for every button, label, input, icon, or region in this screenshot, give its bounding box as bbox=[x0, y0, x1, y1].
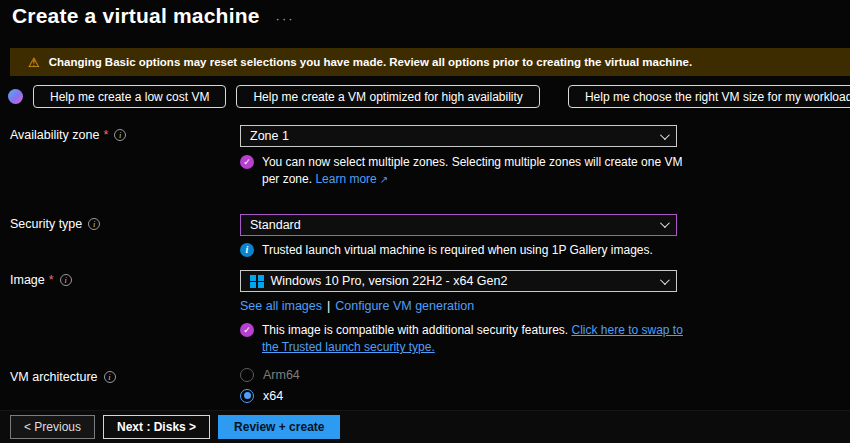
field-label: Availability zone bbox=[10, 128, 99, 142]
image-note: ✓ This image is compatible with addition… bbox=[240, 322, 687, 356]
announcement-icon: ✓ bbox=[240, 155, 254, 169]
field-label: Security type bbox=[10, 217, 82, 231]
info-icon[interactable]: i bbox=[60, 274, 72, 286]
radio-icon bbox=[240, 368, 254, 382]
security-type-note-text: Trusted launch virtual machine is requir… bbox=[262, 243, 653, 257]
availability-zone-value: Zone 1 bbox=[250, 129, 289, 143]
security-type-control: Standard bbox=[240, 214, 677, 236]
image-control: Windows 10 Pro, version 22H2 - x64 Gen2 bbox=[240, 270, 677, 292]
copilot-suggestion-low-cost[interactable]: Help me create a low cost VM bbox=[33, 85, 226, 108]
copilot-suggestion-vm-size[interactable]: Help me choose the right VM size for my … bbox=[568, 85, 850, 108]
info-icon[interactable]: i bbox=[114, 129, 126, 141]
page-title: Create a virtual machine bbox=[12, 4, 260, 28]
vm-architecture-row: VM architecture i Arm64 x64 bbox=[10, 367, 850, 403]
copilot-suggestion-high-availability[interactable]: Help me create a VM optimized for high a… bbox=[236, 85, 539, 108]
security-type-value: Standard bbox=[250, 218, 301, 232]
more-options-button[interactable]: ··· bbox=[276, 11, 295, 26]
learn-more-link[interactable]: Learn more bbox=[315, 172, 376, 186]
info-icon[interactable]: i bbox=[88, 218, 100, 230]
next-disks-button[interactable]: Next : Disks > bbox=[103, 415, 210, 439]
external-link-icon: ↗ bbox=[380, 173, 388, 187]
page-header: Create a virtual machine ··· bbox=[0, 0, 850, 28]
chevron-down-icon bbox=[660, 218, 670, 228]
review-create-button[interactable]: Review + create bbox=[218, 415, 340, 439]
basics-form: Availability zone * i Zone 1 ✓ You can n… bbox=[0, 125, 850, 403]
availability-zone-note-body: You can now select multiple zones. Selec… bbox=[262, 154, 687, 188]
image-note-body: This image is compatible with additional… bbox=[262, 322, 687, 356]
availability-zone-row: Availability zone * i Zone 1 bbox=[10, 125, 850, 147]
configure-vm-generation-link[interactable]: Configure VM generation bbox=[335, 299, 474, 313]
image-links-row: See all images|Configure VM generation bbox=[240, 299, 850, 313]
warning-icon: ⚠ bbox=[28, 56, 40, 69]
warning-banner: ⚠ Changing Basic options may reset selec… bbox=[10, 48, 850, 76]
field-label: Image bbox=[10, 273, 45, 287]
warning-text: Changing Basic options may reset selecti… bbox=[49, 56, 693, 68]
radio-arm64[interactable]: Arm64 bbox=[240, 368, 677, 382]
availability-zone-label: Availability zone * i bbox=[10, 125, 240, 142]
security-type-note: i Trusted launch virtual machine is requ… bbox=[240, 242, 687, 259]
availability-zone-control: Zone 1 bbox=[240, 125, 677, 147]
required-mark: * bbox=[49, 273, 54, 287]
required-mark: * bbox=[103, 128, 108, 142]
security-type-row: Security type i Standard bbox=[10, 214, 850, 236]
info-icon[interactable]: i bbox=[104, 371, 116, 383]
image-label: Image * i bbox=[10, 270, 240, 287]
radio-label: x64 bbox=[263, 389, 283, 403]
radio-icon-selected bbox=[240, 389, 254, 403]
see-all-images-link[interactable]: See all images bbox=[240, 299, 322, 313]
info-circle-icon: i bbox=[240, 243, 254, 257]
previous-button[interactable]: < Previous bbox=[10, 415, 95, 439]
create-vm-page: Create a virtual machine ··· ⚠ Changing … bbox=[0, 0, 850, 443]
copilot-icon bbox=[8, 89, 23, 104]
copilot-suggestions-row: Help me create a low cost VM Help me cre… bbox=[8, 85, 840, 108]
chevron-down-icon bbox=[660, 275, 670, 285]
availability-zone-select[interactable]: Zone 1 bbox=[240, 125, 677, 147]
windows-logo-icon bbox=[250, 275, 264, 289]
image-select[interactable]: Windows 10 Pro, version 22H2 - x64 Gen2 bbox=[240, 270, 677, 292]
radio-label: Arm64 bbox=[263, 368, 300, 382]
security-type-label: Security type i bbox=[10, 214, 240, 231]
image-value: Windows 10 Pro, version 22H2 - x64 Gen2 bbox=[271, 274, 508, 288]
chevron-down-icon bbox=[660, 130, 670, 140]
links-separator: | bbox=[327, 299, 330, 313]
image-note-text: This image is compatible with additional… bbox=[262, 323, 568, 337]
security-type-note-body: Trusted launch virtual machine is requir… bbox=[262, 242, 653, 259]
announcement-icon: ✓ bbox=[240, 323, 254, 337]
vm-architecture-radio-group: Arm64 x64 bbox=[240, 367, 677, 403]
availability-zone-note: ✓ You can now select multiple zones. Sel… bbox=[240, 154, 687, 188]
vm-architecture-control: Arm64 x64 bbox=[240, 367, 677, 403]
radio-x64[interactable]: x64 bbox=[240, 389, 677, 403]
image-row: Image * i Windows 10 Pro, version 22H2 -… bbox=[10, 270, 850, 292]
wizard-footer: < Previous Next : Disks > Review + creat… bbox=[0, 410, 850, 443]
security-type-select[interactable]: Standard bbox=[240, 214, 677, 236]
vm-architecture-label: VM architecture i bbox=[10, 367, 240, 384]
field-label: VM architecture bbox=[10, 370, 98, 384]
